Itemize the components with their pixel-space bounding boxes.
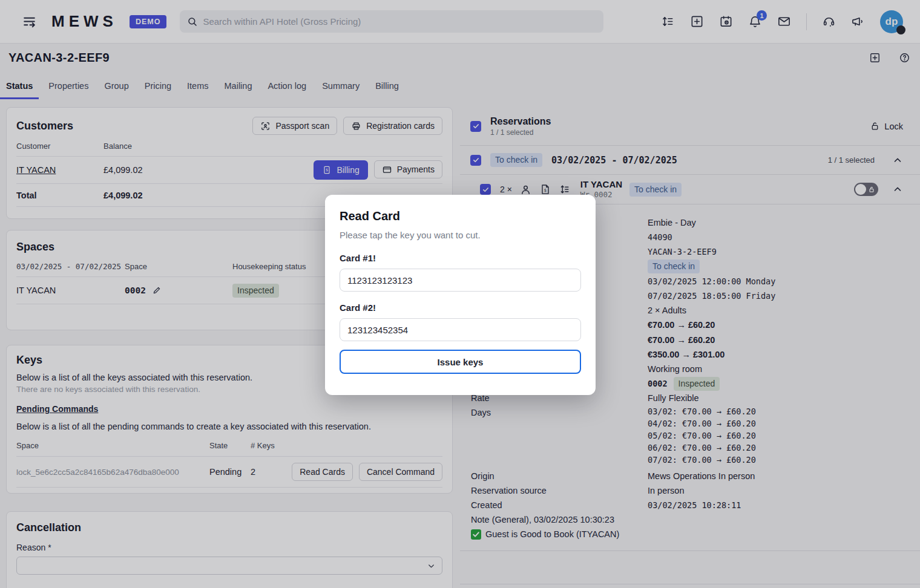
- modal-subtitle: Please tap the key you want to cut.: [340, 230, 581, 240]
- app-screen: MEWS DEMO 1: [0, 0, 920, 588]
- issue-keys-button[interactable]: Issue keys: [340, 350, 581, 374]
- read-card-modal: Read Card Please tap the key you want to…: [325, 195, 596, 395]
- card2-label: Card #2!: [340, 302, 581, 313]
- card1-label: Card #1!: [340, 253, 581, 263]
- modal-title: Read Card: [340, 209, 581, 223]
- card2-input[interactable]: [340, 318, 581, 341]
- card1-input[interactable]: [340, 269, 581, 292]
